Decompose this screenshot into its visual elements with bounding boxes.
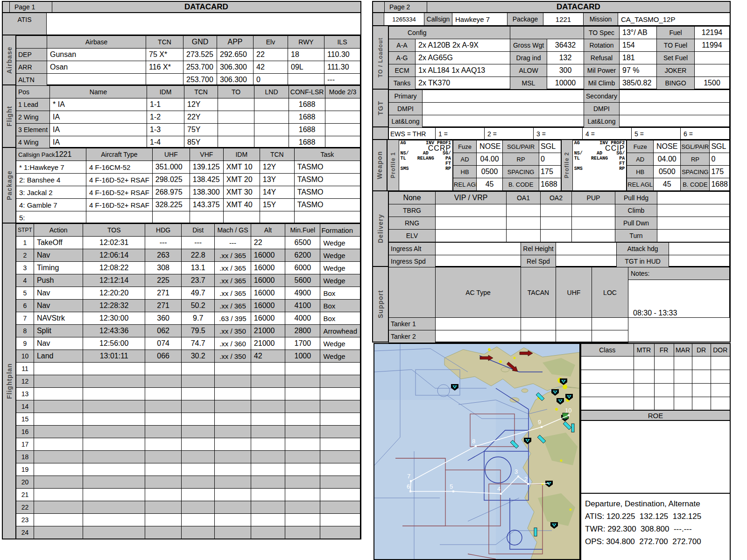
ews-entry-2: 2 = (485, 128, 534, 140)
cell-loadout-fuel-label: Set Fuel (657, 52, 695, 64)
cell-package-actype (86, 211, 153, 224)
cell-package-vhf (190, 211, 223, 224)
pack-number: 1221 (55, 150, 72, 158)
package-col-actype: Aircraft Type (86, 148, 153, 161)
cell-fp-min-fuel (285, 463, 320, 476)
cell-fp-stpt: 22 (16, 501, 34, 514)
cell-fp-dist: 74.7 (182, 337, 215, 350)
airbase-table: Airbase TCN GND APP Elv RWY ILS DEP Guns… (16, 35, 360, 86)
flight-table: Pos Name IDM TCN TO LND CONF-LSR Mode 2/… (16, 85, 360, 149)
cell-fp-mach-gs: .xx / 365 (215, 274, 251, 287)
cell-fp-mach-gs (215, 514, 251, 526)
cell-fp-formation (320, 501, 360, 514)
airbase-col-ils: ILS (324, 36, 360, 49)
cell-airbase-gnd: 273.525 (183, 49, 217, 61)
cell-fp-dist (182, 388, 215, 400)
cell-support-label: Tanker 1 (389, 318, 436, 330)
cell-tgt-left-value (423, 115, 584, 128)
flightplan-row: 23 (16, 514, 360, 526)
cell-loadout-stores: 2x A120B 2x A-9X (416, 39, 510, 52)
cell-fp-formation (320, 463, 360, 476)
cell-fp-alt (251, 514, 285, 526)
cell-flight-pos: 3 Element (16, 124, 50, 136)
cell-fp-hdg (145, 451, 181, 463)
package-col-task: Task (294, 148, 360, 161)
waypoint-label: 4 (497, 485, 500, 492)
cell-fp-tos: 12:30:00 (83, 312, 145, 325)
cell-package-actype: 4 F-16D-52+ RSAF (86, 174, 153, 186)
package-col-idm: IDM (223, 148, 260, 161)
cell-loadout-fuel-label: JOKER (657, 64, 695, 77)
freq-ops: OPS: 304.800 272.700 272.700 (585, 535, 730, 548)
cell-fp-formation (320, 413, 360, 426)
cell-weapon-value-a: 0500 (477, 166, 503, 178)
airbase-col-elv: Elv (254, 36, 288, 49)
flightplan-row: 11 (16, 363, 360, 375)
cell-fp-action (34, 375, 83, 388)
cell-fp-dist (182, 489, 215, 501)
cell-fp-action: Timing (34, 262, 83, 274)
cell-fp-mach-gs (215, 375, 251, 388)
cell-flight-to (218, 111, 254, 124)
cell-package-idm: XMT 40 (223, 199, 260, 211)
cell-flight-lnd (254, 111, 289, 124)
cell-fp-dist (182, 526, 215, 539)
waypoint-marker (410, 480, 412, 482)
cell-flight-conf-lsr: 1688 (289, 98, 325, 111)
fp-col-fuel: Min.Fuel (285, 224, 320, 237)
cell-loadout-label: A-G (389, 52, 416, 64)
cell-flight-mode23 (325, 98, 360, 111)
pilot-id: 1265334 (384, 13, 424, 25)
callsign-pack-label: Callsign Pack (18, 151, 55, 158)
vip-vrp-label: VIP / VRP (436, 192, 507, 204)
weapon-profile-row: AD 04.00 RP 0 (453, 153, 561, 166)
cell-weapon-value-b: SGL (710, 140, 730, 153)
cell-fp-dist: 22.8 (182, 249, 215, 262)
airbase-row-label: ARR (16, 61, 47, 74)
cell-tgt-left-label: Primary (389, 90, 423, 103)
flightplan-table: STPT Action TOS HDG Dist Mach / GS Alt M… (16, 224, 360, 539)
cell-airbase-rwy: 18 (288, 49, 324, 61)
cell-package-actype: 4 F-16CM-52 (86, 161, 153, 174)
cell-weapon-value-a: 45 (654, 178, 681, 191)
cell-fp-action (34, 476, 83, 489)
cell-package-tcn: 15Y (260, 199, 294, 211)
package-label: Package (507, 13, 543, 25)
loadout-row: ECM 1x AL184 1x AAQ13 ALOW 300 Mil Power… (389, 64, 730, 77)
waypoint-label: 7 (407, 473, 410, 480)
cell-flight-name: IA (50, 124, 147, 136)
weapon-profile-row: HB 0500 SPACING 175 (627, 166, 730, 178)
cell-fp-hdg: 308 (145, 262, 181, 274)
flight-row: 4 Wing IA 1-4 85Y 1688 (16, 136, 360, 149)
notes-text: 08:30 - 13:33 (628, 280, 729, 317)
cell-fp-formation: Box (320, 300, 360, 312)
cell-package-idm: XMT 30 (223, 186, 260, 199)
cell-fp-mach-gs: .xx / 350 (215, 350, 251, 363)
cell-tgt-right-label: DMPI (584, 103, 620, 115)
notes-label: Notes: (628, 267, 729, 280)
waypoint-label: 3 (514, 468, 518, 475)
cell-weapon-value-b: 175 (710, 166, 730, 178)
cell-airbase-rwy (288, 74, 324, 86)
cell-tgt-right-value (620, 103, 730, 115)
delivery-mode: None (389, 192, 436, 204)
profile1-label: Profile 1 (388, 140, 399, 190)
cell-fp-mach-gs: .xx / 360 (215, 337, 251, 350)
cell-flight-idm: 1-1 (147, 98, 184, 111)
airbase-col-gnd: GND (183, 36, 217, 49)
mission-value: CA_TASMO_12P (618, 13, 730, 25)
cell-airbase-ils: 111.30 (324, 61, 360, 74)
tospec-value: 13°/ AB (620, 27, 657, 39)
cell-fp-action: TakeOff (34, 237, 83, 249)
cell-loadout-stores: 1x AL184 1x AAQ13 (416, 64, 510, 77)
ews-entry-6: 6 = (681, 128, 730, 140)
page2-corner-cell (373, 2, 385, 12)
cell-fp-action (34, 388, 83, 400)
cell-fp-tos (83, 501, 145, 514)
cell-fp-dist: 23.7 (182, 274, 215, 287)
airbase-col-app: APP (217, 36, 254, 49)
class-row (581, 383, 730, 397)
cell-fp-min-fuel (285, 375, 320, 388)
cell-fp-dist: 13.1 (182, 262, 215, 274)
cell-fp-min-fuel (285, 489, 320, 501)
